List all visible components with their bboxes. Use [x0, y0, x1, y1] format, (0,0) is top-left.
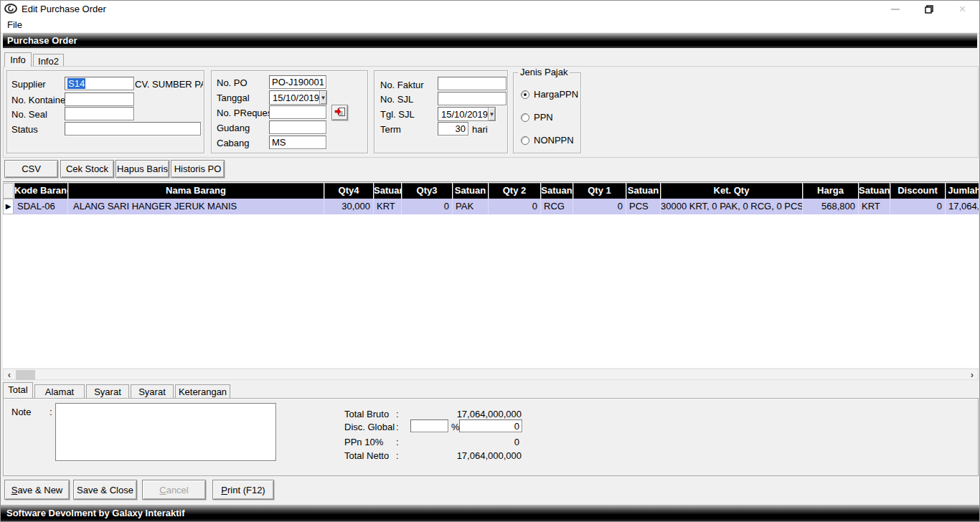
- kontainer-input[interactable]: [65, 92, 134, 106]
- grid-header-satuan2[interactable]: Satuan: [541, 183, 573, 199]
- cabang-label: Cabang: [217, 138, 250, 148]
- cell-discount[interactable]: 0: [890, 199, 945, 214]
- radio-nonppn[interactable]: NONPPN: [521, 135, 574, 146]
- grid-header-jumlah[interactable]: Jumlah: [946, 183, 979, 199]
- total-tab-panel: Note : Total Bruto : 17,064,000,000 Disc…: [3, 398, 979, 476]
- historis-po-button[interactable]: Historis PO: [171, 160, 225, 178]
- radio-hargappn-label: HargaPPN: [534, 89, 578, 100]
- save-new-button[interactable]: Save & New: [4, 480, 70, 500]
- cek-stock-button[interactable]: Cek Stock: [60, 160, 114, 178]
- tab-info2[interactable]: Info2: [33, 54, 64, 67]
- prequest-label: No. PRequest: [217, 108, 275, 118]
- tgl-sjl-label: Tgl. SJL: [380, 109, 415, 120]
- tab-keterangan[interactable]: Keterangan +: [175, 384, 230, 398]
- grid-header-nama-barang[interactable]: Nama Barang: [68, 183, 324, 199]
- supplier-input[interactable]: S14: [65, 77, 134, 90]
- tanggal-dropdown-button[interactable]: ▼: [319, 91, 326, 104]
- term-input[interactable]: [438, 122, 468, 136]
- hapus-baris-button[interactable]: Hapus Baris: [116, 160, 169, 178]
- print-button[interactable]: Print (F12): [212, 480, 274, 500]
- restore-icon: [925, 5, 933, 14]
- grid-header-harga[interactable]: Harga: [803, 183, 858, 199]
- cell-qty4[interactable]: 30,000: [324, 199, 373, 214]
- form-header-title: Purchase Order: [7, 35, 77, 46]
- save-new-label: ave & New: [17, 485, 62, 495]
- menu-bar: File: [1, 16, 979, 32]
- disc-amount-input[interactable]: [459, 419, 522, 432]
- grid-header-satuan3[interactable]: Satuan: [453, 183, 488, 199]
- tab-info[interactable]: Info: [4, 52, 32, 67]
- prequest-input[interactable]: [269, 105, 326, 119]
- cell-harga[interactable]: 568,800: [803, 199, 858, 214]
- scroll-right-icon: ›: [971, 369, 974, 380]
- grid-header-selector: [3, 183, 14, 199]
- radio-ppn[interactable]: PPN: [521, 112, 553, 123]
- grid-header-qty3[interactable]: Qty3: [402, 183, 452, 199]
- cell-satuan-harga[interactable]: KRT: [859, 199, 890, 214]
- disc-percent-input[interactable]: [410, 419, 448, 432]
- seal-label: No. Seal: [11, 109, 47, 120]
- cell-satuan2[interactable]: RCG: [541, 199, 573, 214]
- radio-selected-icon: [521, 90, 529, 99]
- horizontal-scrollbar[interactable]: ‹ ›: [3, 369, 979, 380]
- note-textarea[interactable]: [55, 403, 276, 461]
- cell-satuan4[interactable]: KRT: [374, 199, 401, 214]
- no-sjl-input[interactable]: [438, 92, 507, 105]
- scroll-right-button[interactable]: ›: [966, 369, 978, 379]
- status-input[interactable]: [65, 122, 201, 136]
- scrollbar-thumb[interactable]: [16, 370, 35, 380]
- grid-header-qty1[interactable]: Qty 1: [573, 183, 626, 199]
- tgl-sjl-datepicker[interactable]: 15/10/2019 ▼: [438, 107, 496, 121]
- gudang-input[interactable]: [269, 120, 326, 134]
- close-button[interactable]: ×: [946, 1, 979, 18]
- chevron-down-icon: ▼: [489, 111, 495, 118]
- cell-qty1[interactable]: 0: [573, 199, 626, 214]
- cell-qty3[interactable]: 0: [402, 199, 452, 214]
- cell-ket-qty[interactable]: 30000 KRT, 0 PAK, 0 RCG, 0 PCS: [661, 199, 802, 214]
- faktur-groupbox: No. Faktur No. SJL Tgl. SJL 15/10/2019 ▼…: [374, 70, 508, 153]
- status-label: Status: [11, 124, 38, 135]
- cell-satuan3[interactable]: PAK: [453, 199, 488, 214]
- cell-qty2[interactable]: 0: [489, 199, 540, 214]
- save-close-button[interactable]: Save & Close: [73, 480, 137, 500]
- grid-header-kode-barang[interactable]: Kode Barang: [14, 183, 67, 199]
- tab-alamat-kirim[interactable]: Alamat Kirim: [34, 384, 85, 398]
- cancel-button[interactable]: Cancel: [142, 480, 206, 500]
- no-po-input[interactable]: [269, 75, 326, 89]
- tab-syarat-beli-1[interactable]: Syarat Beli: [86, 384, 129, 398]
- radio-hargappn[interactable]: HargaPPN: [521, 89, 578, 100]
- grid-header-satuan1[interactable]: Satuan: [626, 183, 660, 199]
- minimize-button[interactable]: [878, 1, 912, 18]
- restore-button[interactable]: [912, 1, 946, 18]
- cell-kode-barang[interactable]: SDAL-06: [14, 199, 67, 214]
- total-netto-colon: :: [396, 450, 399, 461]
- scroll-left-button[interactable]: ‹: [4, 369, 15, 379]
- grid-header-discount[interactable]: Discount: [890, 183, 945, 199]
- no-faktur-label: No. Faktur: [380, 80, 424, 90]
- ppn-value: 0: [414, 437, 519, 447]
- grid-header-satuan4[interactable]: Satuan: [374, 183, 401, 199]
- tab-syarat-beli-2[interactable]: Syarat Beli: [131, 384, 174, 398]
- seal-input[interactable]: [65, 107, 134, 120]
- csv-button[interactable]: CSV: [4, 160, 58, 178]
- tab-total[interactable]: Total: [3, 382, 33, 398]
- grid-header-ket-qty[interactable]: Ket. Qty: [661, 183, 802, 199]
- kontainer-label: No. Kontainer: [11, 95, 69, 105]
- grid-header-satuan-harga[interactable]: Satuan: [859, 183, 890, 199]
- cell-satuan1[interactable]: PCS: [626, 199, 660, 214]
- radio-unselected-icon: [521, 113, 529, 122]
- cabang-input[interactable]: [269, 136, 326, 149]
- menu-file[interactable]: File: [7, 19, 22, 30]
- prequest-lookup-button[interactable]: [331, 105, 348, 120]
- print-mnemonic: P: [221, 485, 227, 495]
- no-faktur-input[interactable]: [438, 77, 507, 90]
- tgl-sjl-dropdown-button[interactable]: ▼: [488, 108, 495, 120]
- grid-row-selected[interactable]: ▶ SDAL-06 ALANG SARI HANGER JERUK MANIS …: [3, 199, 979, 214]
- cell-jumlah[interactable]: 17,064,000,000: [946, 199, 979, 214]
- cell-nama-barang[interactable]: ALANG SARI HANGER JERUK MANIS: [68, 199, 324, 214]
- disc-global-label: Disc. Global: [344, 422, 395, 432]
- tanggal-datepicker[interactable]: 15/10/2019 ▼: [269, 90, 327, 105]
- grid-header-qty4[interactable]: Qty4: [324, 183, 373, 199]
- total-bruto-value: 17,064,000,000: [414, 409, 522, 419]
- grid-header-qty2[interactable]: Qty 2: [489, 183, 540, 199]
